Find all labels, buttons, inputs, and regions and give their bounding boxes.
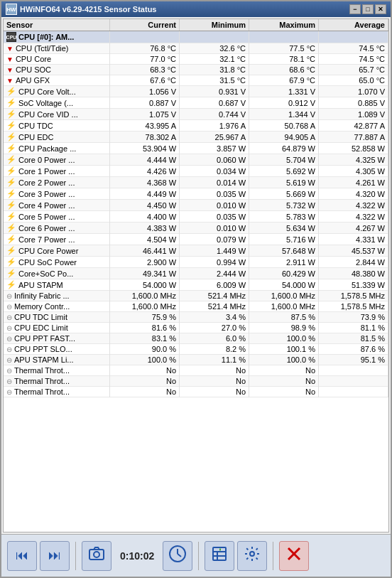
minimum-value: 0.034 W [180, 166, 249, 177]
table-row[interactable]: ▼CPU (Tctl/Tdie)76.8 °C32.6 °C77.5 °C74.… [4, 43, 388, 54]
power-icon: ⚡ [6, 223, 16, 232]
power-icon: ⚡ [6, 98, 16, 107]
table-row[interactable]: ⚡Core 2 Power ...4.368 W0.014 W5.619 W4.… [4, 177, 388, 188]
screenshot-button[interactable] [82, 541, 111, 571]
sensor-name-cell: ⊖Thermal Throt... [4, 365, 110, 376]
table-row[interactable]: ⚡Core 4 Power ...4.450 W0.010 W5.732 W4.… [4, 200, 388, 211]
power-icon: ⚡ [6, 166, 16, 176]
table-row[interactable]: ⚡CPU TDC43.995 A1.976 A50.768 A42.877 A [4, 120, 388, 132]
maximum-value: 5.619 W [249, 177, 319, 188]
power-icon: ⚡ [6, 121, 16, 130]
minimize-button[interactable]: − [349, 4, 361, 14]
table-row[interactable]: ▼CPU SOC68.3 °C31.8 °C68.6 °C65.7 °C [4, 65, 388, 75]
minimum-value: 11.1 % [180, 355, 249, 365]
restore-button[interactable]: □ [362, 4, 374, 14]
gear-icon [244, 545, 261, 566]
average-value [319, 387, 388, 397]
table-row[interactable]: ⊖Infinity Fabric ...1,600.0 MHz521.4 MHz… [4, 291, 388, 301]
table-row[interactable]: ⊖CPU PPT FAST...83.1 %6.0 %100.0 %81.5 % [4, 333, 388, 344]
table-row[interactable]: ⚡CPU Core VID ...1.075 V0.744 V1.344 V1.… [4, 109, 388, 120]
current-value: 53.904 W [110, 143, 180, 154]
close-button[interactable]: ✕ [375, 4, 386, 14]
table-row[interactable]: ⊖CPU EDC Limit81.6 %27.0 %98.9 %81.1 % [4, 323, 388, 333]
sensor-name-cell: ⚡CPU Core VID ... [4, 109, 110, 120]
settings-button[interactable] [237, 541, 267, 571]
maximum-value: 0.912 V [249, 97, 319, 109]
table-row[interactable]: ⚡Core 5 Power ...4.400 W0.035 W5.783 W4.… [4, 211, 388, 223]
sensor-name-label: Core 4 Power ... [18, 201, 75, 210]
power-icon: ⚡ [6, 257, 16, 267]
sensor-name-cell: ⊖CPU EDC Limit [4, 323, 110, 333]
table-row[interactable]: ⚡CPU SoC Power2.900 W0.994 W2.911 W2.844… [4, 257, 388, 268]
table-row[interactable]: ⚡APU STAPM54.000 W6.009 W54.000 W51.339 … [4, 279, 388, 291]
table-row[interactable]: ⚡CPU Package ...53.904 W3.857 W64.879 W5… [4, 143, 388, 154]
table-row[interactable]: ⚡CPU Core Power46.441 W1.449 W57.648 W45… [4, 245, 388, 257]
table-row[interactable]: CPUCPU [#0]: AM... [4, 31, 388, 43]
power-icon: ⚡ [6, 212, 16, 221]
current-value: No [110, 376, 180, 387]
table-row[interactable]: ▼APU GFX67.6 °C31.5 °C67.9 °C65.0 °C [4, 75, 388, 86]
table-row[interactable]: ⊖Thermal Throt...NoNoNo [4, 387, 388, 397]
sensor-name-label: CPU PPT SLO... [14, 345, 72, 353]
table-row[interactable]: ⚡Core 1 Power ...4.426 W0.034 W5.692 W4.… [4, 166, 388, 177]
table-button[interactable] [205, 541, 234, 571]
sensor-table-container[interactable]: Sensor Current Minimum Maximum Average C… [3, 18, 389, 532]
clock-button[interactable] [163, 541, 192, 571]
table-row[interactable]: ⚡Core 3 Power ...4.449 W0.035 W5.669 W4.… [4, 188, 388, 200]
table-row[interactable]: ⚡Core 6 Power ...4.383 W0.010 W5.634 W4.… [4, 223, 388, 234]
table-row[interactable]: ⊖APU STAPM Li...100.0 %11.1 %100.0 %95.1… [4, 355, 388, 365]
table-row[interactable]: ⚡CPU Core Volt...1.056 V0.931 V1.331 V1.… [4, 86, 388, 97]
table-row[interactable]: ⚡Core 7 Power ...4.504 W0.079 W5.716 W4.… [4, 234, 388, 245]
table-row[interactable]: ⊖CPU PPT SLO...90.0 %8.2 %100.1 %87.6 % [4, 344, 388, 355]
average-value [319, 376, 388, 387]
minimum-value: No [180, 365, 249, 376]
table-row[interactable]: ⊖CPU TDC Limit75.9 %3.4 %87.5 %73.9 % [4, 312, 388, 323]
current-value [110, 31, 180, 43]
table-row[interactable]: ⚡SoC Voltage (...0.887 V0.687 V0.912 V0.… [4, 97, 388, 109]
sensor-name-cell: ⚡Core+SoC Po... [4, 268, 110, 279]
sensor-name-label: Core 5 Power ... [18, 213, 75, 221]
minimum-value: 31.8 °C [180, 65, 249, 75]
forward-icon: ⏭ [48, 548, 61, 563]
average-value: 48.380 W [319, 268, 388, 279]
average-value: 1.089 V [319, 109, 388, 120]
window-title: HWiNFO64 v6.29-4215 Sensor Status [20, 5, 349, 14]
toolbar-separator-3 [273, 542, 273, 570]
forward-button[interactable]: ⏭ [40, 541, 70, 571]
maximum-value: 60.429 W [249, 268, 319, 279]
current-value: 4.450 W [110, 200, 180, 211]
table-row[interactable]: ⚡Core 0 Power ...4.444 W0.060 W5.704 W4.… [4, 154, 388, 166]
close-app-button[interactable] [279, 541, 309, 571]
current-value: 46.441 W [110, 245, 180, 257]
sensor-name-cell: ⚡CPU Package ... [4, 143, 110, 154]
table-row[interactable]: ▼CPU Core77.0 °C32.1 °C78.1 °C74.5 °C [4, 54, 388, 65]
power-icon: ⚡ [6, 109, 16, 119]
minimum-value: 6.0 % [180, 333, 249, 344]
sensor-name-cell: ⚡CPU EDC [4, 132, 110, 143]
current-value: 54.000 W [110, 279, 180, 291]
current-value: 4.383 W [110, 223, 180, 234]
back-button[interactable]: ⏮ [7, 541, 37, 571]
average-value: 73.9 % [319, 312, 388, 323]
sensor-name-cell: CPUCPU [#0]: AM... [4, 31, 110, 43]
maximum-value: 67.9 °C [249, 75, 319, 86]
table-row[interactable]: ⚡CPU EDC78.302 A25.967 A94.905 A77.887 A [4, 132, 388, 143]
sensor-name-label: CPU [#0]: AM... [18, 33, 74, 41]
current-value: 78.302 A [110, 132, 180, 143]
table-row[interactable]: ⚡Core+SoC Po...49.341 W2.444 W60.429 W48… [4, 268, 388, 279]
sensor-name-cell: ⊖Memory Contr... [4, 301, 110, 312]
maximum-value: 1.344 V [249, 109, 319, 120]
maximum-value: 5.732 W [249, 200, 319, 211]
table-row[interactable]: ⊖Thermal Throt...NoNoNo [4, 365, 388, 376]
sensor-name-label: CPU SOC [16, 65, 51, 74]
table-row[interactable]: ⊖Thermal Throt...NoNoNo [4, 376, 388, 387]
average-value: 4.305 W [319, 166, 388, 177]
maximum-value: 5.669 W [249, 188, 319, 200]
power-icon: ⚡ [6, 178, 16, 187]
average-value: 65.0 °C [319, 75, 388, 86]
table-row[interactable]: ⊖Memory Contr...1,600.0 MHz521.4 MHz1,60… [4, 301, 388, 312]
sensor-name-label: Thermal Throt... [14, 366, 70, 375]
maximum-value: 54.000 W [249, 279, 319, 291]
minimum-value: 0.994 W [180, 257, 249, 268]
temp-icon: ▼ [6, 66, 13, 74]
